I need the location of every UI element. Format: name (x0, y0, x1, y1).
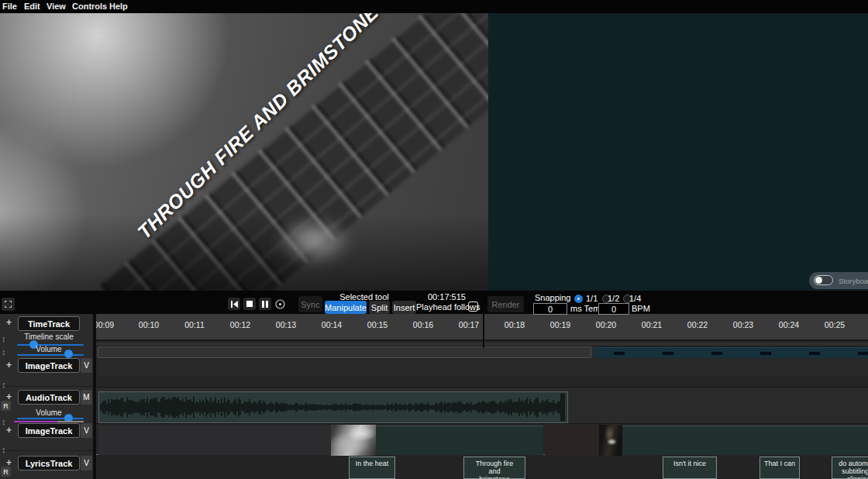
track-button-lyricstrack[interactable]: LyricsTrack (18, 456, 80, 470)
ruler-tick: 00:12 (225, 320, 256, 329)
loop-button[interactable] (274, 298, 286, 310)
toolbar: Sync Selected tool Manipulate Split Inse… (0, 291, 868, 314)
menu-help[interactable]: Help (109, 2, 128, 11)
video-editor-app: File Edit View Controls Help THROUGH FIR… (0, 0, 868, 479)
tool-split-button[interactable]: Split (369, 301, 390, 314)
volume-slider-top[interactable] (17, 354, 84, 356)
lyric-clip[interactable]: In the heat (349, 457, 395, 479)
record-button-lyricstrack[interactable]: R (1, 467, 11, 477)
audio-clip[interactable] (98, 391, 568, 423)
ruler-tick: 00:09 (96, 320, 119, 329)
ruler-tick: 00:14 (316, 320, 347, 329)
ruler-tick: 00:11 (179, 320, 210, 329)
bpm-label: BPM (632, 304, 650, 313)
snapping-label: Snapping (535, 293, 571, 302)
timeline-content: 00:09 00:10 00:11 00:12 00:13 00:14 00:1… (96, 314, 868, 479)
image-clip-segment[interactable] (622, 426, 868, 455)
playhead[interactable] (483, 314, 484, 348)
track-button-imagetrack-bottom[interactable]: ImageTrack (18, 423, 80, 438)
menu-file[interactable]: File (2, 2, 17, 11)
ruler-tick: 00:18 (499, 320, 530, 329)
image-clip-thumbnail[interactable] (599, 425, 622, 456)
timecode-display: 00:17:515 (428, 292, 474, 302)
track-gap-row (96, 378, 868, 388)
drag-handle-icon[interactable]: ↕ (2, 445, 9, 454)
record-button-audiotrack[interactable]: R (1, 401, 11, 411)
ruler-tick: 00:17 (453, 320, 484, 329)
record-circle-icon (275, 299, 285, 309)
add-track-icon[interactable]: + (6, 360, 14, 370)
tool-insert-button[interactable]: Insert (392, 301, 416, 314)
snap-radio-1-1[interactable] (574, 295, 583, 303)
storyboard-widget: Storyboard (809, 272, 868, 289)
video-clip-teal[interactable] (594, 347, 868, 358)
ruler-tick: 00:25 (819, 320, 850, 329)
pause-button[interactable] (259, 298, 271, 310)
menu-edit[interactable]: Edit (24, 2, 40, 11)
track-header-column: + TimeTrack ↕ Timeline scale ↕ Volume + … (0, 314, 93, 479)
fullscreen-icon (5, 301, 12, 308)
video-clip[interactable] (98, 346, 591, 358)
ruler-tick: 00:22 (682, 320, 713, 329)
ruler-tick: 00:13 (270, 320, 301, 329)
toggle-knob-icon (815, 277, 822, 284)
visibility-button-imagetrack-bottom[interactable]: V (81, 423, 92, 438)
video-preview: THROUGH FIRE AND BRIMSTONE (0, 13, 488, 291)
track-button-imagetrack-top[interactable]: ImageTrack (18, 358, 80, 373)
ruler-tick: 00:16 (408, 320, 439, 329)
storyboard-label: Storyboard (839, 277, 868, 285)
video-vignette (0, 13, 488, 291)
drag-handle-icon[interactable]: ↕ (2, 380, 9, 389)
ruler-tick: 00:23 (728, 320, 759, 329)
ruler-tick: 00:21 (636, 320, 667, 329)
skip-start-icon (231, 301, 238, 308)
visibility-button-imagetrack-top[interactable]: V (81, 358, 92, 373)
render-button[interactable]: Render (487, 296, 524, 312)
menu-bar: File Edit View Controls Help (0, 0, 868, 13)
track-button-timetrack[interactable]: TimeTrack (18, 316, 80, 331)
image-clip-segment[interactable] (376, 426, 543, 455)
ruler-tick: 00:15 (362, 320, 393, 329)
timeline-scale-label: Timeline scale (11, 333, 87, 341)
snap-label-1-2: 1/2 (608, 294, 619, 303)
snapping-value-input[interactable] (533, 303, 567, 315)
pause-icon (262, 301, 268, 308)
tool-manipulate-button[interactable]: Manipulate (325, 301, 367, 314)
menu-controls[interactable]: Controls (72, 2, 107, 11)
drag-handle-icon[interactable]: ↕ (2, 334, 9, 343)
volume-label-top: Volume (11, 345, 87, 353)
fullscreen-button[interactable] (2, 298, 15, 311)
volume-slider-bottom[interactable] (17, 418, 84, 419)
ruler-tick: 00:24 (773, 320, 804, 329)
snap-label-1-1: 1/1 (586, 294, 598, 303)
visibility-button-lyricstrack[interactable]: V (81, 456, 92, 470)
lyric-clip[interactable]: That I can (760, 457, 800, 479)
mute-button-audiotrack[interactable]: M (81, 390, 92, 405)
ruler-tick: 00:20 (591, 320, 622, 329)
sync-button[interactable]: Sync (298, 296, 322, 312)
image-clip-segment[interactable] (98, 426, 331, 455)
lyric-clip[interactable]: do automatic subtitling & clipping (832, 457, 868, 479)
snap-label-1-4: 1/4 (629, 294, 641, 303)
stop-button[interactable] (243, 298, 256, 310)
ruler-tick: 00:19 (545, 320, 576, 329)
add-track-icon[interactable]: + (6, 425, 14, 436)
tempo-value-input[interactable] (598, 303, 629, 315)
audio-waveform (99, 392, 567, 422)
track-button-audiotrack[interactable]: AudioTrack (18, 390, 80, 405)
playhead-follows-checkbox[interactable] (468, 302, 478, 312)
image-clip-thumbnail[interactable] (331, 425, 376, 456)
drag-handle-icon[interactable]: ↕ (2, 347, 9, 357)
image-clip-segment[interactable] (545, 426, 599, 455)
pan-indicator (14, 421, 84, 422)
volume-label-bottom: Volume (11, 408, 87, 417)
storyboard-toggle[interactable] (814, 275, 833, 285)
add-track-icon[interactable]: + (6, 317, 14, 328)
time-ruler[interactable]: 00:09 00:10 00:11 00:12 00:13 00:14 00:1… (96, 314, 868, 341)
volume-slider-top-thumb[interactable] (64, 350, 73, 358)
lyric-clip[interactable]: Isn't it nice (663, 457, 717, 479)
lyric-clip[interactable]: Through fire and brimstone (463, 457, 525, 479)
preview-panel: THROUGH FIRE AND BRIMSTONE Storyboard (0, 13, 868, 291)
menu-view[interactable]: View (46, 2, 66, 11)
skip-start-button[interactable] (228, 298, 240, 310)
